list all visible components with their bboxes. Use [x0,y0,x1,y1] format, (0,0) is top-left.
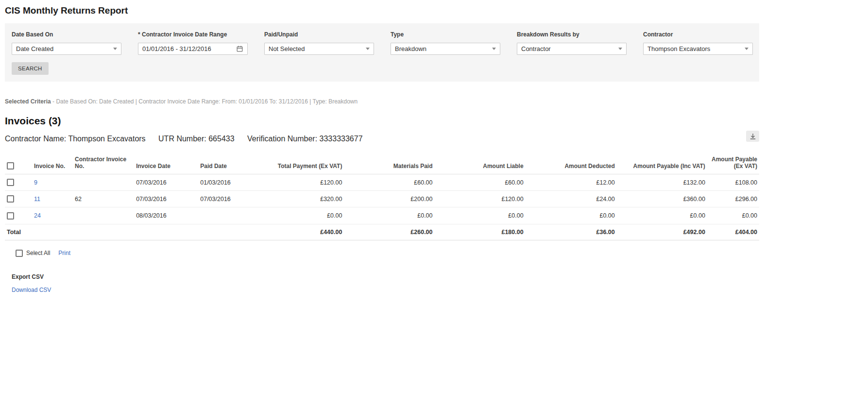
contractor-select[interactable]: Thompson Excavators [643,43,753,55]
page-content: CIS Monthly Returns Report Date Based On… [5,0,759,294]
filter-field-invoice-date-range: * Contractor Invoice Date Range 01/01/20… [138,31,248,55]
invoice-link[interactable]: 24 [34,212,41,219]
total-amount-payable-inc: £492.00 [617,224,707,240]
invoices-heading: Invoices (3) [5,115,759,127]
cell-amount-deducted: £12.00 [526,174,617,191]
cell-amount-payable-inc: £0.00 [617,207,707,224]
table-row: 9 07/03/2016 01/03/2016 £120.00 £60.00 £… [5,174,759,191]
cell-amount-liable: £120.00 [435,191,526,207]
col-total-payment: Total Payment (Ex VAT) [256,153,344,174]
chevron-down-icon [618,48,622,50]
cell-paid-date: 07/03/2016 [198,191,256,207]
filter-field-type: Type Breakdown [391,31,500,55]
breakdown-results-by-label: Breakdown Results by [517,31,627,38]
filter-field-breakdown-results-by: Breakdown Results by Contractor [517,31,627,55]
verification-number: Verification Number: 3333333677 [247,135,363,143]
filter-field-contractor: Contractor Thompson Excavators [643,31,753,55]
utr-number: UTR Number: 665433 [158,135,235,143]
total-amount-payable-ex: £404.00 [707,224,759,240]
cell-amount-liable: £60.00 [435,174,526,191]
cell-total-payment: £120.00 [256,174,344,191]
total-label: Total [5,224,73,240]
col-amount-payable-ex: Amount Payable (Ex VAT) [707,153,759,174]
date-based-on-value: Date Created [16,45,53,52]
type-label: Type [391,31,500,38]
invoice-link[interactable]: 11 [34,196,40,203]
paid-unpaid-select[interactable]: Not Selected [264,43,374,55]
cell-amount-deducted: £0.00 [526,207,617,224]
cell-total-payment: £320.00 [256,191,344,207]
col-materials-paid: Materials Paid [344,153,434,174]
selected-criteria: Selected Criteria - Date Based On: Date … [5,98,759,105]
table-row: 11 62 07/03/2016 07/03/2016 £320.00 £200… [5,191,759,207]
cell-invoice-date: 07/03/2016 [134,174,198,191]
invoice-date-range-label: * Contractor Invoice Date Range [138,31,248,38]
page-title: CIS Monthly Returns Report [5,0,759,23]
cell-amount-payable-ex: £296.00 [707,191,759,207]
cell-amount-payable-ex: £108.00 [707,174,759,191]
cell-amount-payable-inc: £360.00 [617,191,707,207]
filter-field-date-based-on: Date Based On Date Created [12,31,121,55]
paid-unpaid-value: Not Selected [269,45,305,52]
row-checkbox[interactable] [7,179,14,186]
cell-contractor-invoice-no: 62 [73,191,134,207]
chevron-down-icon [745,48,749,50]
date-based-on-select[interactable]: Date Created [12,43,121,55]
cell-invoice-date: 08/03/2016 [134,207,198,224]
cell-amount-deducted: £24.00 [526,191,617,207]
print-link[interactable]: Print [58,250,70,256]
cell-total-payment: £0.00 [256,207,344,224]
breakdown-results-by-value: Contractor [521,45,551,52]
cell-invoice-date: 07/03/2016 [134,191,198,207]
download-button[interactable] [746,131,759,142]
col-paid-date: Paid Date [198,153,256,174]
row-checkbox[interactable] [7,212,14,220]
selected-criteria-text: - Date Based On: Date Created | Contract… [51,98,358,105]
calendar-icon[interactable] [236,45,243,52]
invoices-table: Invoice No. Contractor Invoice No. Invoi… [5,153,759,240]
cell-paid-date [198,207,256,224]
total-amount-liable: £180.00 [435,224,526,240]
breakdown-results-by-select[interactable]: Contractor [517,43,627,55]
type-select[interactable]: Breakdown [391,43,500,55]
cell-paid-date: 01/03/2016 [198,174,256,191]
select-all-row: Select All Print [5,250,759,257]
total-amount-deducted: £36.00 [526,224,617,240]
download-csv-link[interactable]: Download CSV [12,287,51,293]
table-row: 24 08/03/2016 £0.00 £0.00 £0.00 £0.00 £0… [5,207,759,224]
invoice-date-range-input[interactable]: 01/01/2016 - 31/12/2016 [138,43,248,55]
date-based-on-label: Date Based On [12,31,121,38]
cell-materials-paid: £200.00 [344,191,434,207]
filter-field-paid-unpaid: Paid/Unpaid Not Selected [264,31,374,55]
filter-bar: Date Based On Date Created * Contractor … [5,23,759,82]
col-invoice-date: Invoice Date [134,153,198,174]
contractor-label: Contractor [643,31,753,38]
invoice-link[interactable]: 9 [34,179,37,186]
chevron-down-icon [492,48,496,50]
col-contractor-invoice-no: Contractor Invoice No. [73,153,134,174]
contractor-info-row: Contractor Name: Thompson Excavators UTR… [5,135,759,143]
cell-amount-liable: £0.00 [435,207,526,224]
header-select-all-checkbox[interactable] [7,162,14,170]
search-button[interactable]: SEARCH [12,62,49,75]
contractor-name: Contractor Name: Thompson Excavators [5,135,146,143]
cell-contractor-invoice-no [73,174,134,191]
total-materials-paid: £260.00 [344,224,434,240]
download-icon [749,133,756,140]
col-amount-payable-inc: Amount Payable (Inc VAT) [617,153,707,174]
cell-contractor-invoice-no [73,207,134,224]
invoice-date-range-value: 01/01/2016 - 31/12/2016 [142,45,211,52]
paid-unpaid-label: Paid/Unpaid [264,31,374,38]
filter-row: Date Based On Date Created * Contractor … [12,31,752,55]
col-invoice-no: Invoice No. [32,153,73,174]
table-total-row: Total £440.00 £260.00 £180.00 £36.00 £49… [5,224,759,240]
total-total-payment: £440.00 [256,224,344,240]
col-amount-deducted: Amount Deducted [526,153,617,174]
select-all-checkbox[interactable] [16,250,23,257]
chevron-down-icon [113,48,117,50]
type-value: Breakdown [395,45,426,52]
export-csv-label: Export CSV [5,273,759,280]
row-checkbox[interactable] [7,195,14,203]
select-all-label: Select All [26,250,50,256]
cell-amount-payable-ex: £0.00 [707,207,759,224]
